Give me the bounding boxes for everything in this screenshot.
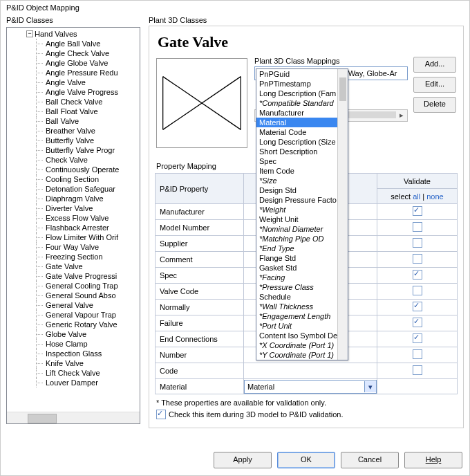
delete-button[interactable]: Delete: [413, 97, 456, 113]
tree-node[interactable]: Four Way Valve: [7, 242, 140, 252]
dropdown-item[interactable]: Material: [256, 118, 348, 127]
validate-checkbox[interactable]: [413, 349, 422, 359]
tree-node[interactable]: Angle Pressure Redu: [7, 68, 140, 77]
table-row[interactable]: Code: [156, 363, 458, 379]
p3d-property-select[interactable]: Material▾: [244, 380, 377, 394]
validate-checkbox[interactable]: [413, 270, 422, 280]
validate-checkbox[interactable]: [413, 318, 422, 327]
dropdown-item[interactable]: Design Std: [256, 185, 348, 195]
dropdown-item[interactable]: Content Iso Symbol De: [256, 331, 348, 340]
tree-node[interactable]: Flashback Arrester: [7, 223, 140, 232]
dropdown-item[interactable]: PnPTimestamp: [256, 79, 348, 89]
dialog-button-bar: Apply OK Cancel Help: [214, 452, 462, 468]
tree-node[interactable]: Detonation Safeguar: [7, 184, 140, 194]
left-pane-title: P&ID Classes: [1, 15, 146, 26]
tree-node[interactable]: Flow Limiter With Orif: [7, 232, 140, 242]
tree-node[interactable]: Louver Damper: [7, 378, 140, 387]
window-title: P&ID Object Mapping: [1, 1, 469, 15]
tree-node[interactable]: Butterfly Valve Progr: [7, 145, 140, 155]
tree-node[interactable]: Angle Valve Progress: [7, 87, 140, 97]
tree-node[interactable]: General Sound Abso: [7, 291, 140, 300]
dropdown-item[interactable]: *Pressure Class: [256, 282, 348, 292]
dropdown-item[interactable]: Material Code: [256, 127, 348, 137]
tree-node[interactable]: Globe Valve: [7, 329, 140, 339]
col-pid-property: P&ID Property: [156, 174, 244, 204]
dropdown-item[interactable]: *Compatible Standard: [256, 98, 348, 108]
tree-horizontal-scrollbar[interactable]: [7, 412, 140, 423]
tree-node[interactable]: Excess Flow Valve: [7, 213, 140, 223]
dropdown-item[interactable]: *Y Coordinate (Port 1): [256, 350, 348, 360]
tree-node[interactable]: Butterfly Valve: [7, 136, 140, 145]
validate-checkbox[interactable]: [413, 222, 422, 232]
validate-checkbox[interactable]: [413, 254, 422, 264]
tree-node[interactable]: Cooling Section: [7, 174, 140, 184]
dropdown-item[interactable]: *Engagement Length: [256, 311, 348, 321]
dropdown-item[interactable]: *Facing: [256, 273, 348, 282]
tree-node[interactable]: General Vapour Trap: [7, 310, 140, 320]
dropdown-item[interactable]: *X Coordinate (Port 1): [256, 340, 348, 350]
tree-node[interactable]: Breather Valve: [7, 126, 140, 136]
tree-node[interactable]: Lift Check Valve: [7, 368, 140, 378]
tree-node[interactable]: Generic Rotary Valve: [7, 320, 140, 329]
validate-checkbox[interactable]: [413, 365, 422, 375]
validate-checkbox[interactable]: [413, 286, 422, 295]
validate-checkbox[interactable]: [413, 238, 422, 248]
cancel-button[interactable]: Cancel: [341, 452, 399, 468]
tree-node[interactable]: Angle Ball Valve: [7, 39, 140, 48]
p3d-property-dropdown[interactable]: PnPGuidPnPTimestampLong Description (Fam…: [256, 68, 348, 360]
dropdown-item[interactable]: Weight Unit: [256, 214, 348, 224]
tree-node[interactable]: Gate Valve Progressi: [7, 271, 140, 281]
tree-node[interactable]: Hose Clamp: [7, 339, 140, 349]
dropdown-item[interactable]: Design Pressure Facto: [256, 195, 348, 205]
dropdown-item[interactable]: Manufacturer: [256, 108, 348, 118]
tree-node[interactable]: General Cooling Trap: [7, 281, 140, 291]
tree-node-root[interactable]: −Hand Valves: [7, 29, 140, 39]
validation-checkbox[interactable]: [156, 410, 166, 419]
tree-node[interactable]: Check Valve: [7, 155, 140, 165]
dropdown-item[interactable]: Spec: [256, 156, 348, 166]
tree-node[interactable]: Freezing Section: [7, 252, 140, 262]
dropdown-item[interactable]: *End Type: [256, 244, 348, 253]
add-button[interactable]: Add...: [413, 57, 456, 73]
dropdown-item[interactable]: Long Description (Size: [256, 137, 348, 147]
edit-button[interactable]: Edit...: [413, 77, 456, 93]
dropdown-item[interactable]: *Nominal Diameter: [256, 224, 348, 234]
dropdown-item[interactable]: PnPGuid: [256, 69, 348, 79]
pid-classes-tree[interactable]: −Hand ValvesAngle Ball ValveAngle Check …: [6, 27, 140, 424]
dropdown-item[interactable]: Item Code: [256, 166, 348, 176]
help-button[interactable]: Help: [404, 452, 462, 468]
ok-button[interactable]: OK: [277, 452, 335, 468]
tree-node[interactable]: Angle Valve: [7, 77, 140, 87]
dropdown-item[interactable]: *Size: [256, 176, 348, 185]
dropdown-item[interactable]: Gasket Std: [256, 263, 348, 273]
dropdown-item[interactable]: *Matching Pipe OD: [256, 234, 348, 244]
tree-node[interactable]: Knife Valve: [7, 358, 140, 368]
tree-node[interactable]: Ball Valve: [7, 116, 140, 126]
dropdown-item[interactable]: Schedule: [256, 292, 348, 302]
dropdown-item[interactable]: Flange Std: [256, 253, 348, 263]
validate-checkbox[interactable]: [413, 302, 422, 311]
dropdown-item[interactable]: Short Description: [256, 147, 348, 156]
tree-node[interactable]: Angle Globe Valve: [7, 58, 140, 68]
tree-node[interactable]: Ball Check Valve: [7, 97, 140, 107]
validate-checkbox[interactable]: [413, 333, 422, 343]
dropdown-item[interactable]: Long Description (Fam: [256, 89, 348, 98]
tree-node[interactable]: Angle Check Valve: [7, 48, 140, 58]
dropdown-scrollbar[interactable]: [337, 69, 348, 360]
tree-node[interactable]: General Valve: [7, 300, 140, 310]
dropdown-item[interactable]: *Port Unit: [256, 321, 348, 331]
tree-node[interactable]: Ball Float Valve: [7, 107, 140, 116]
validate-checkbox[interactable]: [413, 206, 422, 216]
tree-node[interactable]: Diverter Valve: [7, 203, 140, 213]
validation-check-row[interactable]: Check this item during 3D model to P&ID …: [156, 410, 456, 419]
chevron-down-icon[interactable]: ▾: [364, 381, 376, 392]
dropdown-item[interactable]: *Weight: [256, 205, 348, 214]
tree-node[interactable]: Inspection Glass: [7, 349, 140, 358]
table-row-material[interactable]: MaterialMaterial▾: [156, 379, 458, 394]
dropdown-item[interactable]: *Wall Thickness: [256, 302, 348, 311]
apply-button[interactable]: Apply: [214, 452, 272, 468]
select-all-none[interactable]: select all | none: [377, 189, 458, 204]
tree-node[interactable]: Diaphragm Valve: [7, 194, 140, 203]
tree-node[interactable]: Continuously Operate: [7, 165, 140, 174]
tree-node[interactable]: Gate Valve: [7, 262, 140, 271]
